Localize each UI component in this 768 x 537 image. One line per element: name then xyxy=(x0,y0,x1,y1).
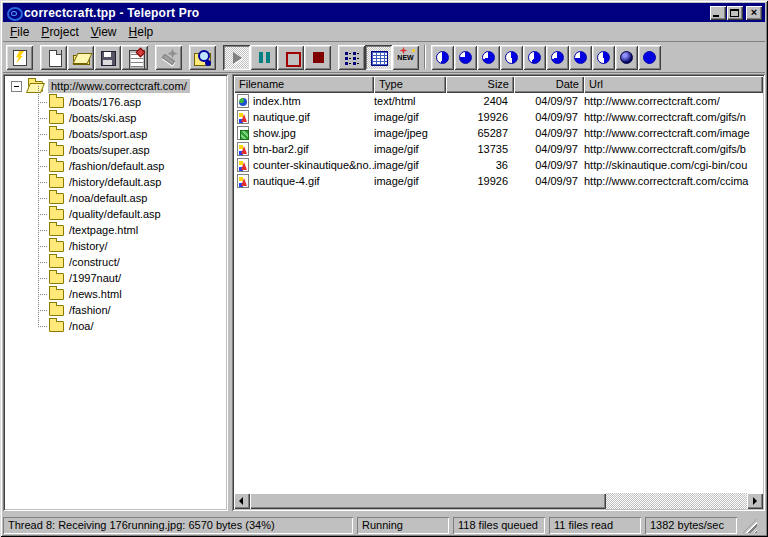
column-header-type[interactable]: Type xyxy=(374,76,446,93)
filename-cell: counter-skinautique&no... xyxy=(234,158,374,172)
file-row[interactable]: index.htmtext/html240404/09/97http://www… xyxy=(234,93,763,109)
close-icon: × xyxy=(746,6,762,20)
tree-root-label: http://www.correctcraft.com/ xyxy=(48,79,190,93)
folder-icon xyxy=(49,241,64,252)
thread-7-button[interactable] xyxy=(569,45,592,70)
toolbar-separator xyxy=(424,45,426,69)
column-header-filename[interactable]: Filename xyxy=(234,76,374,93)
abort-project-button[interactable] xyxy=(304,45,331,70)
close-button[interactable]: × xyxy=(746,6,762,20)
file-row[interactable]: btn-bar2.gifimage/gif1373504/09/97http:/… xyxy=(234,141,763,157)
thread-3-button[interactable] xyxy=(477,45,500,70)
horizontal-scrollbar[interactable] xyxy=(234,493,763,509)
filename-text: btn-bar2.gif xyxy=(253,143,309,155)
tree-item[interactable]: /boats/ski.asp xyxy=(5,110,226,126)
tree-item[interactable]: /history/ xyxy=(5,238,226,254)
save-project-button[interactable] xyxy=(94,45,121,70)
retrieve-wizard-button[interactable] xyxy=(155,45,182,70)
thread-10-icon xyxy=(643,51,656,64)
browse-icon xyxy=(194,49,212,66)
resize-grip[interactable] xyxy=(743,519,757,533)
status-message: Thread 8: Receiving 176running.jpg: 6570… xyxy=(3,517,353,534)
folder-icon xyxy=(49,209,64,220)
browse-file-button[interactable] xyxy=(189,45,216,70)
thread-1-icon xyxy=(436,51,449,64)
tree-item[interactable]: /fashion/ xyxy=(5,302,226,318)
scroll-left-button[interactable] xyxy=(234,493,250,509)
tree-item[interactable]: /boats/sport.asp xyxy=(5,126,226,142)
column-header-date[interactable]: Date xyxy=(514,76,584,93)
file-row[interactable]: nautique-4.gifimage/gif1992604/09/97http… xyxy=(234,173,763,189)
pause-icon xyxy=(255,49,273,66)
thread-9-button[interactable] xyxy=(615,45,638,70)
highlight-new-files-button[interactable]: NEW xyxy=(392,45,419,70)
menu-item-help[interactable]: Help xyxy=(123,23,160,41)
status-panels: Running118 files queued11 files read1382… xyxy=(357,517,737,534)
thread-6-button[interactable] xyxy=(546,45,569,70)
thread-10-button[interactable] xyxy=(638,45,661,70)
jpeg-file-icon xyxy=(237,126,249,140)
details-view-button[interactable] xyxy=(365,45,392,70)
thread-8-button[interactable] xyxy=(592,45,615,70)
stop-project-button[interactable] xyxy=(277,45,304,70)
folder-icon xyxy=(49,129,64,140)
tree-item-label: /noa/default.asp xyxy=(69,192,147,204)
url-cell: http://www.correctcraft.com/gifs/n xyxy=(584,111,763,123)
new-project-button[interactable] xyxy=(40,45,67,70)
file-row[interactable]: nautique.gifimage/gif1992604/09/97http:/… xyxy=(234,109,763,125)
thread-5-button[interactable] xyxy=(523,45,546,70)
collapse-icon[interactable] xyxy=(11,81,22,92)
tree-item-label: /1997naut/ xyxy=(69,272,121,284)
tree-children: /boats/176.asp/boats/ski.asp/boats/sport… xyxy=(5,94,226,334)
thread-1-button[interactable] xyxy=(431,45,454,70)
scrollbar-thumb[interactable] xyxy=(250,493,606,509)
menu-item-view[interactable]: View xyxy=(85,23,123,41)
tree-item-label: /boats/ski.asp xyxy=(69,112,136,124)
tree-item[interactable]: /news.html xyxy=(5,286,226,302)
maximize-button[interactable] xyxy=(727,6,743,20)
start-project-button[interactable] xyxy=(223,45,250,70)
new-project-wizard-button[interactable] xyxy=(6,45,33,70)
size-cell: 19926 xyxy=(446,111,514,123)
thread-3-icon xyxy=(482,51,495,64)
column-header-url[interactable]: Url xyxy=(584,76,763,93)
tree-item[interactable]: /history/default.asp xyxy=(5,174,226,190)
column-header-size[interactable]: Size xyxy=(446,76,514,93)
date-cell: 04/09/97 xyxy=(514,143,584,155)
thread-4-button[interactable] xyxy=(500,45,523,70)
tree-item[interactable]: /noa/ xyxy=(5,318,226,334)
tree-item[interactable]: /boats/176.asp xyxy=(5,94,226,110)
folder-icon xyxy=(49,193,64,204)
tree-item-label: /textpage.html xyxy=(69,224,138,236)
scroll-right-button[interactable] xyxy=(747,493,763,509)
maximize-icon xyxy=(730,9,739,17)
url-cell: http://www.correctcraft.com/ xyxy=(584,95,763,107)
tree-item[interactable]: /fashion/default.asp xyxy=(5,158,226,174)
thread-4-icon xyxy=(505,51,518,64)
file-row[interactable]: counter-skinautique&no...image/gif3604/0… xyxy=(234,157,763,173)
tree-item[interactable]: /boats/super.asp xyxy=(5,142,226,158)
folder-icon xyxy=(49,225,64,236)
pause-project-button[interactable] xyxy=(250,45,277,70)
filename-text: show.jpg xyxy=(253,127,296,139)
open-folder-icon xyxy=(28,81,43,92)
abort-icon xyxy=(309,49,327,66)
tree-item[interactable]: /noa/default.asp xyxy=(5,190,226,206)
tree-item[interactable]: /1997naut/ xyxy=(5,270,226,286)
open-project-button[interactable] xyxy=(67,45,94,70)
folder-icon xyxy=(49,273,64,284)
title-bar[interactable]: correctcraft.tpp - Teleport Pro × xyxy=(3,3,765,22)
project-properties-button[interactable] xyxy=(121,45,148,70)
tree-item[interactable]: /quality/default.asp xyxy=(5,206,226,222)
menu-item-file[interactable]: File xyxy=(4,23,35,41)
tree-item[interactable]: /construct/ xyxy=(5,254,226,270)
list-view-button[interactable] xyxy=(338,45,365,70)
folder-icon xyxy=(49,177,64,188)
size-cell: 2404 xyxy=(446,95,514,107)
tree-item[interactable]: /textpage.html xyxy=(5,222,226,238)
minimize-button[interactable] xyxy=(710,6,726,20)
gif-file-icon xyxy=(237,158,249,172)
file-row[interactable]: show.jpgimage/jpeg6528704/09/97http://ww… xyxy=(234,125,763,141)
menu-item-project[interactable]: Project xyxy=(35,23,84,41)
thread-2-button[interactable] xyxy=(454,45,477,70)
